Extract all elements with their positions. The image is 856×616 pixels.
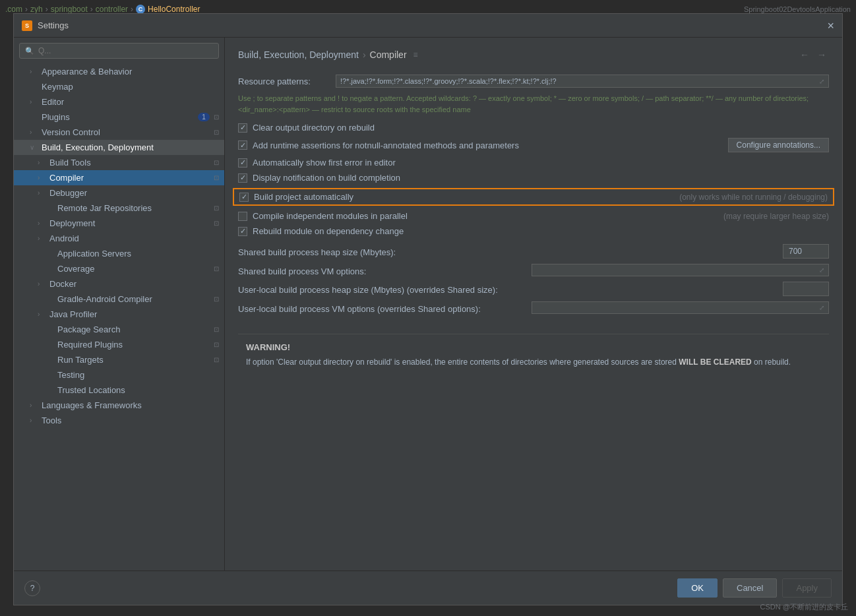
sidebar-label-build-exec: Build, Execution, Deployment — [42, 142, 219, 152]
expand-arrow-tools: › — [30, 417, 39, 424]
note-build-automatically: (only works while not running / debuggin… — [679, 193, 828, 202]
label-display-notification: Display notification on build completion — [253, 173, 829, 183]
checkbox-rebuild-dependency[interactable] — [238, 227, 247, 236]
checkbox-compile-parallel[interactable] — [238, 212, 247, 221]
checkbox-clear-output-row: Clear output directory on rebuild — [238, 123, 829, 133]
sidebar-item-remote-jar[interactable]: Remote Jar Repositories ⊡ — [14, 200, 224, 216]
remote-jar-repo-icon: ⊡ — [214, 204, 219, 212]
sidebar-label-java-profiler: Java Profiler — [49, 309, 219, 319]
expand-icon[interactable]: ⤢ — [819, 78, 824, 85]
sidebar-label-editor: Editor — [42, 97, 219, 107]
plugins-repo-icon: ⊡ — [214, 113, 219, 121]
sidebar-item-compiler[interactable]: › Compiler ⊡ — [14, 170, 224, 185]
sidebar-item-appearance[interactable]: › Appearance & Behavior — [14, 64, 224, 79]
sidebar-item-docker[interactable]: › Docker — [14, 276, 224, 292]
checkbox-clear-output[interactable] — [238, 123, 247, 133]
heap-size-label: Shared build process heap size (Mbytes): — [238, 245, 778, 257]
sidebar-item-languages[interactable]: › Languages & Frameworks — [14, 398, 224, 413]
vm-options-input[interactable]: ⤢ — [532, 264, 829, 276]
user-vm-options-label: User-local build process VM options (ove… — [238, 302, 526, 314]
sidebar-item-testing[interactable]: Testing — [14, 367, 224, 383]
sidebar-label-keymap: Keymap — [42, 82, 219, 92]
sidebar-label-languages: Languages & Frameworks — [42, 400, 219, 410]
sidebar-label-plugins: Plugins — [42, 112, 195, 122]
resource-patterns-value: !?*.java;!?*.form;!?*.class;!?*.groovy;!… — [340, 77, 819, 85]
label-show-first-error: Automatically show first error in editor — [253, 158, 829, 168]
search-box[interactable]: 🔍 — [19, 43, 219, 59]
heap-size-input[interactable] — [783, 244, 829, 259]
resource-patterns-input[interactable]: !?*.java;!?*.form;!?*.class;!?*.groovy;!… — [336, 75, 829, 88]
sidebar-item-run-targets[interactable]: Run Targets ⊡ — [14, 352, 224, 367]
nav-forward-button[interactable]: → — [814, 48, 829, 61]
user-vm-expand-icon[interactable]: ⤢ — [819, 304, 824, 311]
expand-arrow-compiler: › — [38, 174, 47, 181]
cancel-button[interactable]: Cancel — [723, 578, 777, 598]
sidebar-item-required-plugins[interactable]: Required Plugins ⊡ — [14, 337, 224, 352]
configure-annotations-button[interactable]: Configure annotations... — [728, 138, 829, 152]
expand-arrow-android: › — [38, 235, 47, 242]
user-heap-size-input[interactable] — [783, 282, 829, 296]
breadcrumb-springboot[interactable]: springboot — [51, 5, 88, 14]
sidebar-label-remote-jar: Remote Jar Repositories — [57, 203, 210, 213]
resource-patterns-label: Resource patterns: — [238, 75, 330, 86]
user-vm-options-input[interactable]: ⤢ — [532, 301, 829, 314]
warning-title: WARNING! — [246, 342, 821, 352]
label-compile-parallel: Compile independent modules in parallel — [253, 211, 713, 221]
user-heap-size-label: User-local build process heap size (Mbyt… — [238, 283, 778, 295]
breadcrumb-zyh[interactable]: zyh — [30, 5, 43, 14]
required-plugins-repo-icon: ⊡ — [214, 341, 219, 348]
search-input[interactable] — [38, 46, 213, 55]
sidebar-item-android[interactable]: › Android — [14, 231, 224, 246]
hint-text: Use ; to separate patterns and ! to nega… — [238, 93, 829, 115]
bottom-bar: ? OK Cancel Apply — [14, 570, 842, 605]
expand-arrow-deployment: › — [38, 220, 47, 227]
ok-button[interactable]: OK — [677, 578, 718, 598]
sidebar-item-deployment[interactable]: › Deployment ⊡ — [14, 216, 224, 231]
checkbox-runtime-assertions[interactable] — [238, 140, 247, 150]
checkbox-display-notification[interactable] — [238, 173, 247, 183]
sidebar-label-deployment: Deployment — [49, 218, 210, 228]
sidebar-item-package-search[interactable]: Package Search ⊡ — [14, 322, 224, 337]
sidebar-item-build-tools[interactable]: › Build Tools ⊡ — [14, 155, 224, 170]
sidebar-item-app-servers[interactable]: Application Servers — [14, 246, 224, 261]
user-vm-options-row: User-local build process VM options (ove… — [238, 301, 829, 314]
sidebar-item-editor[interactable]: › Editor — [14, 94, 224, 109]
close-button[interactable]: × — [827, 20, 834, 32]
expand-arrow-editor: › — [30, 98, 39, 106]
sidebar-item-debugger[interactable]: › Debugger — [14, 185, 224, 200]
sidebar-item-gradle-android[interactable]: Gradle-Android Compiler ⊡ — [14, 292, 224, 307]
sidebar-label-gradle-android: Gradle-Android Compiler — [57, 294, 210, 304]
compiler-repo-icon: ⊡ — [214, 174, 219, 181]
label-clear-output: Clear output directory on rebuild — [253, 123, 829, 133]
sidebar-item-plugins[interactable]: Plugins 1 ⊡ — [14, 109, 224, 125]
breadcrumb-settings-icon: ≡ — [413, 50, 418, 59]
settings-sidebar: 🔍 › Appearance & Behavior Keymap › Edito… — [14, 38, 225, 570]
sidebar-item-coverage[interactable]: Coverage ⊡ — [14, 261, 224, 276]
checkbox-build-automatically[interactable] — [239, 193, 249, 202]
package-search-repo-icon: ⊡ — [214, 326, 219, 333]
nav-back-button[interactable]: ← — [797, 48, 812, 61]
expand-arrow-build-tools: › — [38, 159, 47, 166]
help-button[interactable]: ? — [24, 580, 40, 596]
expand-arrow-java-profiler: › — [38, 311, 47, 318]
breadcrumb-build-exec: Build, Execution, Deployment — [238, 49, 359, 60]
sidebar-label-run-targets: Run Targets — [57, 355, 210, 365]
sidebar-item-version-control[interactable]: › Version Control ⊡ — [14, 125, 224, 140]
sidebar-label-coverage: Coverage — [57, 264, 210, 274]
expand-arrow-debugger: › — [38, 189, 47, 197]
breadcrumb-classname[interactable]: HelloController — [148, 5, 200, 14]
vm-expand-icon[interactable]: ⤢ — [819, 266, 824, 274]
sidebar-item-trusted-locations[interactable]: Trusted Locations — [14, 383, 224, 398]
checkbox-show-first-error[interactable] — [238, 158, 247, 168]
sidebar-item-tools[interactable]: › Tools — [14, 413, 224, 428]
sidebar-item-keymap[interactable]: Keymap — [14, 79, 224, 94]
watermark: CSDN @不断前进的皮卡丘 — [760, 602, 848, 612]
breadcrumb-controller[interactable]: controller — [96, 5, 128, 14]
apply-button[interactable]: Apply — [782, 578, 832, 598]
sidebar-item-java-profiler[interactable]: › Java Profiler — [14, 307, 224, 322]
label-runtime-assertions: Add runtime assertions for notnull-annot… — [253, 140, 723, 150]
content-area: Build, Execution, Deployment › Compiler … — [225, 38, 842, 570]
breadcrumb-com[interactable]: .com — [5, 5, 22, 14]
sidebar-item-build-exec[interactable]: ∨ Build, Execution, Deployment — [14, 140, 224, 155]
label-build-automatically: Build project automatically — [254, 192, 669, 202]
